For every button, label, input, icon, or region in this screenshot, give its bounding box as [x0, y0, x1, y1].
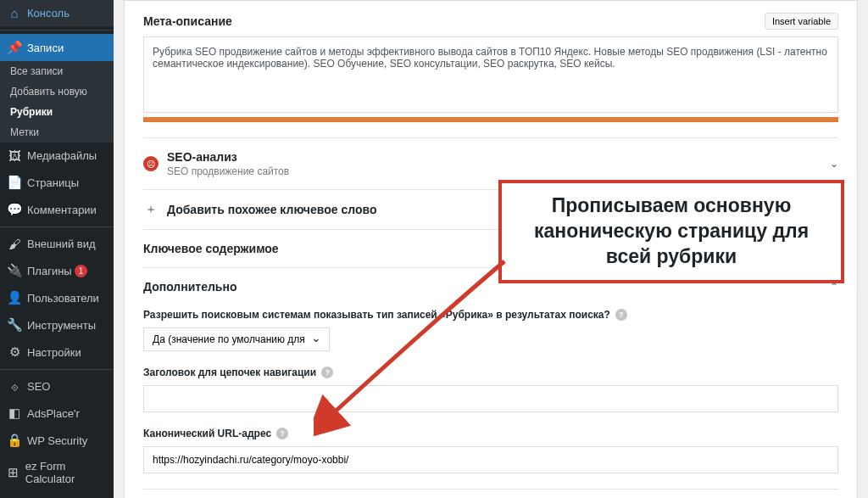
sidebar-item-tools[interactable]: 🔧 Инструменты: [0, 311, 114, 339]
plugin-icon: 🔌: [7, 263, 22, 278]
insert-variable-button[interactable]: Insert variable: [765, 13, 838, 30]
sidebar-item-settings[interactable]: ⚙ Настройки: [0, 339, 114, 366]
sidebar-item-pages[interactable]: 📄 Страницы: [0, 169, 114, 196]
key-content-title: Ключевое содержимое: [143, 242, 279, 255]
gear-icon: ⚙: [7, 344, 22, 360]
sidebar-item-comments[interactable]: 💬 Комментарии: [0, 196, 114, 223]
user-icon: 👤: [7, 290, 22, 305]
sidebar-label: Медиафайлы: [27, 149, 97, 162]
sidebar-item-ezform[interactable]: ⊞ ez Form Calculator: [0, 454, 114, 491]
meta-description-input[interactable]: [143, 36, 838, 113]
lock-icon: 🔒: [7, 433, 22, 448]
sidebar-label: ez Form Calculator: [25, 460, 107, 485]
sidebar-item-adsplacer[interactable]: ◧ AdsPlace'r: [0, 400, 114, 427]
admin-sidebar: ⌂ Консоль 📌 Записи Все записи Добавить н…: [0, 0, 114, 498]
sidebar-label: SEO: [27, 380, 50, 393]
plus-icon: ＋: [143, 202, 159, 217]
sidebar-item-atomicblocks[interactable]: ⊡ Atomic Blocks: [0, 491, 114, 498]
help-icon[interactable]: ?: [276, 428, 288, 439]
meta-description-title: Мета-описание: [143, 14, 232, 28]
sidebar-label: Консоль: [27, 7, 70, 20]
page-icon: 📄: [7, 175, 22, 190]
submenu-categories[interactable]: Рубрики: [0, 102, 114, 122]
chevron-down-icon: ⌄: [830, 158, 838, 170]
seo-analysis-sub: SEO продвижение сайтов: [167, 165, 289, 177]
allow-search-label: Разрешить поисковым системам показывать …: [143, 309, 610, 321]
submenu-add-new[interactable]: Добавить новую: [0, 81, 114, 102]
sidebar-label: Инструменты: [27, 319, 96, 332]
seo-analysis-title: SEO-анализ: [167, 150, 289, 164]
frown-icon: ☹: [143, 156, 159, 171]
sidebar-submenu: Все записи Добавить новую Рубрики Метки: [0, 61, 114, 143]
sidebar-label: AdsPlace'r: [27, 407, 80, 420]
sidebar-item-wpsecurity[interactable]: 🔒 WP Security: [0, 427, 114, 454]
sidebar-item-seo[interactable]: ⟐ SEO: [0, 373, 114, 400]
sidebar-label: Страницы: [27, 176, 79, 189]
meta-progress-bar: [143, 117, 838, 122]
help-icon[interactable]: ?: [615, 309, 627, 321]
pin-icon: 📌: [7, 40, 22, 55]
submenu-all-posts[interactable]: Все записи: [0, 61, 114, 81]
annotation-callout: Прописываем основную каноническую страни…: [498, 180, 844, 283]
seo-icon: ⟐: [7, 379, 22, 394]
allow-search-select[interactable]: Да (значение по умолчанию для тип: [143, 327, 330, 351]
ads-icon: ◧: [7, 406, 22, 421]
sidebar-label: Плагины: [27, 265, 72, 277]
sidebar-label: Внешний вид: [27, 238, 96, 250]
wrench-icon: 🔧: [7, 317, 22, 333]
additional-title: Дополнительно: [143, 280, 236, 294]
sidebar-item-appearance[interactable]: 🖌 Внешний вид: [0, 231, 114, 257]
brush-icon: 🖌: [7, 237, 22, 251]
media-icon: 🖼: [7, 148, 22, 163]
comment-icon: 💬: [7, 202, 22, 217]
form-icon: ⊞: [7, 465, 20, 480]
console-icon: ⌂: [7, 6, 22, 20]
add-keyword-title: Добавить похожее ключевое слово: [167, 203, 376, 216]
sidebar-label: Настройки: [27, 346, 81, 359]
plugin-badge: 1: [75, 265, 88, 277]
sidebar-item-media[interactable]: 🖼 Медиафайлы: [0, 143, 114, 169]
additional-body: Разрешить поисковым системам показывать …: [143, 305, 838, 489]
sidebar-item-posts[interactable]: 📌 Записи: [0, 34, 114, 61]
sidebar-label: Пользователи: [27, 292, 99, 305]
canonical-url-input[interactable]: [143, 446, 838, 473]
sidebar-item-console[interactable]: ⌂ Консоль: [0, 0, 114, 26]
sidebar-item-users[interactable]: 👤 Пользователи: [0, 284, 114, 311]
breadcrumb-label: Заголовок для цепочек навигации: [143, 367, 316, 378]
canonical-label: Канонический URL-адрес: [143, 428, 271, 439]
submenu-tags[interactable]: Метки: [0, 122, 114, 143]
sidebar-label: WP Security: [27, 434, 87, 447]
help-icon[interactable]: ?: [321, 367, 333, 378]
sidebar-label: Комментарии: [27, 204, 97, 216]
breadcrumb-input[interactable]: [143, 385, 838, 412]
sidebar-item-plugins[interactable]: 🔌 Плагины 1: [0, 257, 114, 284]
sidebar-label: Записи: [27, 42, 64, 54]
